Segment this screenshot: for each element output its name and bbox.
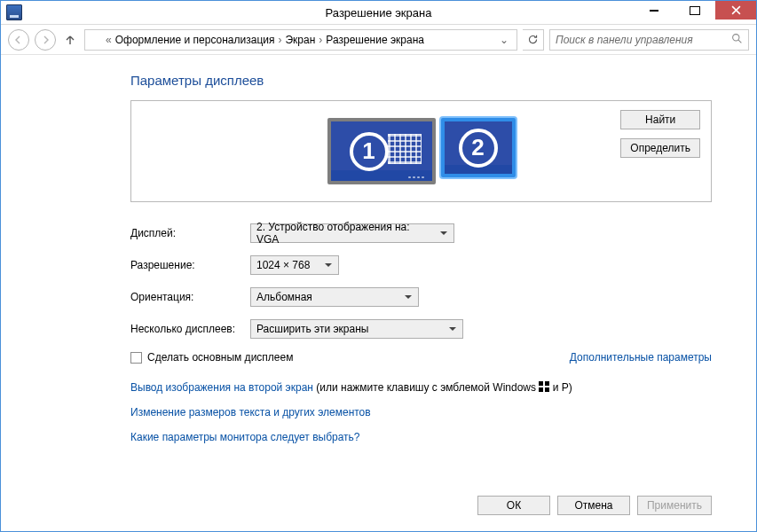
help-link[interactable]: Какие параметры монитора следует выбрать… bbox=[130, 431, 360, 443]
make-primary-checkbox[interactable] bbox=[130, 352, 142, 364]
multi-display-select-value: Расширить эти экраны bbox=[256, 323, 368, 335]
svg-point-0 bbox=[733, 34, 739, 40]
crumb-category[interactable]: Оформление и персонализация bbox=[115, 34, 275, 46]
monitor-1-number: 1 bbox=[350, 132, 389, 171]
search-box[interactable]: Поиск в панели управления bbox=[549, 29, 749, 51]
resolution-label: Разрешение: bbox=[130, 259, 250, 271]
title-bar: Разрешение экрана bbox=[1, 1, 756, 25]
address-bar[interactable]: « Оформление и персонализация › Экран › … bbox=[84, 29, 517, 51]
window-buttons bbox=[634, 1, 756, 24]
orientation-select-value: Альбомная bbox=[256, 291, 312, 303]
identify-button[interactable]: Определить bbox=[620, 138, 700, 158]
search-placeholder: Поиск в панели управления bbox=[556, 34, 731, 46]
multi-display-select[interactable]: Расширить эти экраны bbox=[250, 319, 463, 339]
project-link[interactable]: Вывод изображения на второй экран bbox=[130, 381, 313, 394]
crumb-page[interactable]: Разрешение экрана bbox=[326, 34, 424, 46]
nav-bar: « Оформление и персонализация › Экран › … bbox=[1, 25, 756, 55]
display-select[interactable]: 2. Устройство отображения на: VGA bbox=[250, 223, 454, 243]
address-dropdown-icon[interactable]: ⌄ bbox=[500, 34, 514, 46]
monitor-2-number: 2 bbox=[459, 129, 498, 168]
up-button[interactable] bbox=[61, 31, 79, 49]
close-button[interactable] bbox=[715, 1, 756, 20]
crumb-screen[interactable]: Экран bbox=[285, 34, 315, 46]
orientation-label: Ориентация: bbox=[130, 291, 250, 303]
window-title: Разрешение экрана bbox=[326, 6, 432, 20]
section-title: Параметры дисплеев bbox=[130, 73, 712, 88]
chevron-right-icon: › bbox=[319, 34, 322, 46]
monitor-2[interactable]: 2 bbox=[441, 118, 516, 177]
resolution-select[interactable]: 1024 × 768 bbox=[250, 255, 339, 275]
resize-text-link[interactable]: Изменение размеров текста и других элеме… bbox=[130, 406, 371, 419]
find-button[interactable]: Найти bbox=[620, 110, 700, 129]
refresh-button[interactable] bbox=[523, 29, 544, 51]
overflow-chevron-icon: « bbox=[106, 34, 112, 46]
apply-button[interactable]: Применить bbox=[637, 496, 712, 515]
ok-button[interactable]: ОК bbox=[477, 496, 550, 515]
grid-icon bbox=[388, 134, 422, 164]
multi-label: Несколько дисплеев: bbox=[130, 323, 250, 335]
forward-button[interactable] bbox=[35, 29, 56, 51]
make-primary-label: Сделать основным дисплеем bbox=[147, 351, 293, 364]
display-label: Дисплей: bbox=[130, 227, 250, 239]
monitor-1[interactable]: 1 bbox=[327, 118, 436, 184]
resolution-select-value: 1024 × 768 bbox=[256, 259, 310, 271]
settings-form: Дисплей: 2. Устройство отображения на: V… bbox=[130, 223, 712, 445]
display-preview: 1 2 Найти Определить bbox=[130, 100, 712, 202]
footer: ОК Отмена Применить bbox=[130, 496, 712, 515]
project-line: Вывод изображения на второй экран (или н… bbox=[130, 379, 712, 395]
app-icon bbox=[6, 4, 22, 20]
minimize-button[interactable] bbox=[634, 1, 674, 20]
back-button[interactable] bbox=[8, 29, 29, 51]
windows-logo-icon bbox=[539, 381, 549, 392]
orientation-select[interactable]: Альбомная bbox=[250, 287, 419, 307]
advanced-settings-link[interactable]: Дополнительные параметры bbox=[570, 351, 712, 364]
display-select-value: 2. Устройство отображения на: VGA bbox=[256, 221, 434, 246]
search-icon bbox=[731, 33, 743, 47]
cancel-button[interactable]: Отмена bbox=[557, 496, 630, 515]
address-icon bbox=[88, 33, 102, 47]
maximize-button[interactable] bbox=[674, 1, 715, 20]
chevron-right-icon: › bbox=[278, 34, 281, 46]
content-area: Параметры дисплеев 1 2 Найти Определить … bbox=[1, 55, 756, 445]
